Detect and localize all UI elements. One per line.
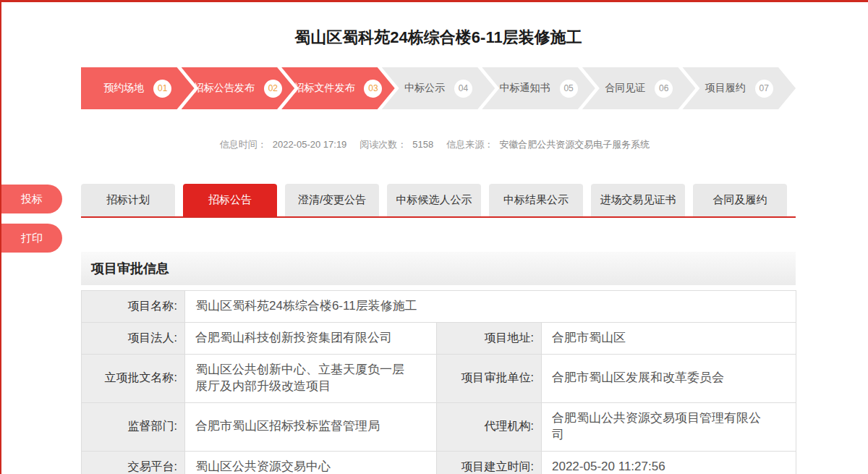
print-button[interactable]: 打印 bbox=[1, 224, 62, 253]
field-value-project-address: 合肥市蜀山区 bbox=[542, 323, 796, 355]
step-label: 合同见证 bbox=[605, 82, 645, 95]
step-label: 招标公告发布 bbox=[194, 82, 255, 95]
field-value-project-create-time: 2022-05-20 11:27:56 bbox=[542, 451, 796, 474]
field-label-legal-person: 项目法人: bbox=[82, 323, 185, 355]
field-label-agency: 代理机构: bbox=[437, 402, 542, 451]
read-count-label: 阅读次数： bbox=[359, 139, 407, 150]
read-count-value: 5158 bbox=[412, 139, 433, 150]
progress-step-1: 预约场地 01 bbox=[81, 67, 195, 109]
page-title: 蜀山区蜀科苑24栋综合楼6-11层装修施工 bbox=[81, 27, 796, 48]
info-meta-line: 信息时间：2022-05-20 17:19阅读次数：5158信息来源：安徽合肥公… bbox=[81, 138, 796, 151]
table-row: 项目名称: 蜀山区蜀科苑24栋综合楼6-11层装修施工 bbox=[82, 291, 796, 323]
table-row: 立项批文名称: 蜀山区公共创新中心、立基天厦负一层展厅及内部升级改造项目 项目审… bbox=[82, 354, 796, 402]
tab-contract-performance[interactable]: 合同及履约 bbox=[693, 184, 787, 216]
field-value-project-name: 蜀山区蜀科苑24栋综合楼6-11层装修施工 bbox=[185, 291, 796, 323]
main-content: 蜀山区蜀科苑24栋综合楼6-11层装修施工 预约场地 01 招标公告发布 02 … bbox=[81, 27, 796, 474]
field-value-legal-person: 合肥蜀山科技创新投资集团有限公司 bbox=[185, 323, 437, 355]
step-number-badge: 02 bbox=[264, 80, 282, 98]
step-number-badge: 01 bbox=[153, 80, 171, 98]
field-value-approval-unit: 合肥市蜀山区发展和改革委员会 bbox=[542, 354, 796, 402]
step-number-badge: 05 bbox=[560, 80, 578, 98]
step-number-badge: 04 bbox=[454, 80, 472, 98]
field-value-agency: 合肥蜀山公共资源交易项目管理有限公司 bbox=[542, 402, 796, 451]
info-time-value: 2022-05-20 17:19 bbox=[273, 139, 347, 150]
info-time-label: 信息时间： bbox=[220, 139, 267, 150]
field-label-trading-platform: 交易平台: bbox=[82, 451, 185, 474]
step-label: 招标文件发布 bbox=[294, 82, 354, 95]
progress-step-6: 合同见证 06 bbox=[582, 67, 696, 109]
bid-button[interactable]: 投标 bbox=[1, 185, 62, 213]
document-tabs: 招标计划 招标公告 澄清/变更公告 中标候选人公示 中标结果公示 进场交易见证书… bbox=[81, 184, 796, 218]
progress-step-3: 招标文件发布 03 bbox=[281, 67, 395, 109]
field-value-approval-doc-name: 蜀山区公共创新中心、立基天厦负一层展厅及内部升级改造项目 bbox=[185, 354, 437, 402]
field-label-project-create-time: 项目建立时间: bbox=[437, 451, 542, 474]
field-label-supervision-dept: 监督部门: bbox=[82, 402, 185, 451]
field-label-approval-unit: 项目审批单位: bbox=[437, 354, 542, 402]
step-number-badge: 06 bbox=[655, 80, 673, 98]
step-label: 项目履约 bbox=[705, 82, 746, 95]
field-label-project-address: 项目地址: bbox=[437, 323, 542, 355]
field-value-supervision-dept: 合肥市蜀山区招标投标监督管理局 bbox=[185, 402, 437, 451]
field-label-project-name: 项目名称: bbox=[82, 291, 185, 323]
progress-step-2: 招标公告发布 02 bbox=[182, 67, 295, 109]
step-number-badge: 03 bbox=[364, 80, 382, 98]
tab-winning-result[interactable]: 中标结果公示 bbox=[489, 184, 583, 216]
progress-step-4: 中标公示 04 bbox=[382, 67, 495, 109]
info-source-label: 信息来源： bbox=[446, 139, 493, 150]
table-row: 交易平台: 蜀山区公共资源交易中心 项目建立时间: 2022-05-20 11:… bbox=[82, 451, 796, 474]
progress-step-5: 中标通知书 05 bbox=[482, 67, 595, 109]
step-number-badge: 07 bbox=[755, 80, 773, 98]
step-label: 中标通知书 bbox=[500, 82, 550, 95]
tab-bid-announcement[interactable]: 招标公告 bbox=[183, 184, 277, 216]
field-label-approval-doc-name: 立项批文名称: bbox=[82, 354, 185, 402]
tab-entry-certificate[interactable]: 进场交易见证书 bbox=[591, 184, 685, 216]
table-row: 项目法人: 合肥蜀山科技创新投资集团有限公司 项目地址: 合肥市蜀山区 bbox=[82, 323, 796, 355]
section-title-project-approval: 项目审批信息 bbox=[81, 252, 796, 285]
tab-clarification-change[interactable]: 澄清/变更公告 bbox=[285, 184, 379, 216]
step-label: 预约场地 bbox=[103, 82, 144, 95]
info-source-value: 安徽合肥公共资源交易电子服务系统 bbox=[499, 139, 650, 150]
progress-step-7: 项目履约 07 bbox=[682, 67, 796, 109]
table-row: 监督部门: 合肥市蜀山区招标投标监督管理局 代理机构: 合肥蜀山公共资源交易项目… bbox=[82, 402, 796, 451]
tab-bid-plan[interactable]: 招标计划 bbox=[81, 184, 175, 216]
tab-winning-candidate[interactable]: 中标候选人公示 bbox=[387, 184, 481, 216]
step-label: 中标公示 bbox=[404, 82, 445, 95]
progress-bar: 预约场地 01 招标公告发布 02 招标文件发布 03 中标公示 04 中标通知… bbox=[81, 67, 796, 109]
project-approval-table: 项目名称: 蜀山区蜀科苑24栋综合楼6-11层装修施工 项目法人: 合肥蜀山科技… bbox=[81, 290, 796, 474]
field-value-trading-platform: 蜀山区公共资源交易中心 bbox=[185, 451, 437, 474]
